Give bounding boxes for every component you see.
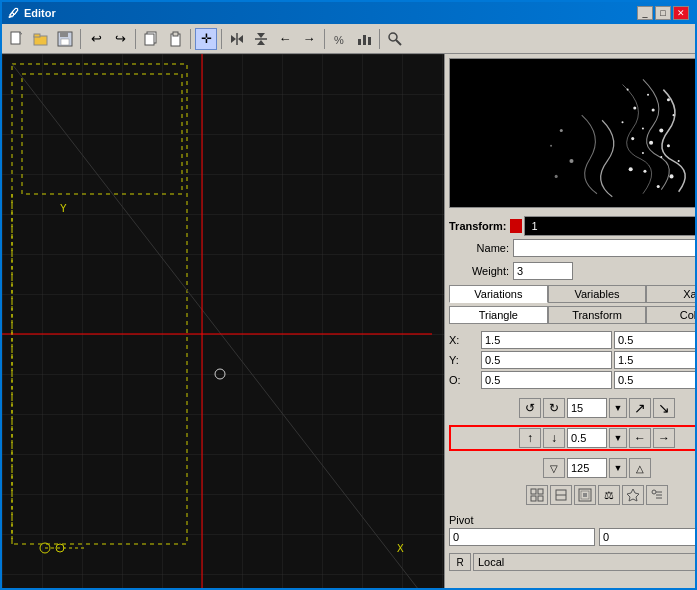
x-label: X: (449, 331, 479, 349)
rotate-dropdown[interactable]: ▼ (609, 398, 627, 418)
pivot-y-input[interactable] (599, 528, 695, 546)
chart-button[interactable] (353, 28, 375, 50)
pivot-x-input[interactable] (449, 528, 595, 546)
svg-point-59 (569, 159, 573, 163)
arrow-l-button[interactable]: ← (274, 28, 296, 50)
right-panel: Transform: 1 ▼ Name: (445, 54, 695, 588)
weight-label: Weight: (449, 265, 509, 277)
scale-up-button[interactable]: △ (629, 458, 651, 478)
name-input[interactable] (513, 239, 695, 257)
editor-window: 🖊 Editor _ □ ✕ ↩ ↪ ✛ (0, 0, 697, 590)
zoom-button[interactable] (384, 28, 406, 50)
flip-h-button[interactable] (226, 28, 248, 50)
svg-point-46 (652, 109, 655, 112)
tool-btn-2[interactable] (550, 485, 572, 505)
sub-tab-triangle[interactable]: Triangle (449, 306, 548, 323)
tool-btn-5[interactable] (622, 485, 644, 505)
svg-point-58 (550, 145, 552, 147)
weight-input[interactable] (513, 262, 573, 280)
scale-dropdown[interactable]: ▼ (609, 458, 627, 478)
transform-controls-row1: ↺ ↻ ▼ ↗ ↘ (449, 398, 695, 418)
local-select[interactable]: Local (473, 553, 695, 571)
redo-button[interactable]: ↪ (109, 28, 131, 50)
sep6 (379, 29, 380, 49)
tab-variations[interactable]: Variations (449, 285, 548, 303)
svg-point-53 (621, 121, 623, 123)
x-v1-input[interactable] (481, 331, 612, 349)
svg-rect-0 (11, 32, 20, 44)
undo-button[interactable]: ↩ (85, 28, 107, 50)
diag-btn1[interactable]: ↗ (629, 398, 651, 418)
move-left-button[interactable]: ← (629, 428, 651, 448)
copy-button[interactable] (140, 28, 162, 50)
rotate-cw-button[interactable]: ↻ (543, 398, 565, 418)
maximize-button[interactable]: □ (655, 6, 671, 20)
svg-rect-19 (363, 35, 366, 45)
svg-point-60 (555, 175, 558, 178)
flip-v-button[interactable] (250, 28, 272, 50)
select-tool-button[interactable]: ✛ (195, 28, 217, 50)
bottom-row: R Local P (449, 553, 695, 571)
save-button[interactable] (54, 28, 76, 50)
o-v1-input[interactable] (481, 371, 612, 389)
svg-marker-14 (257, 33, 265, 38)
svg-point-39 (673, 114, 675, 116)
minimize-button[interactable]: _ (637, 6, 653, 20)
percent-button[interactable]: % (329, 28, 351, 50)
svg-marker-1 (20, 32, 22, 34)
new-button[interactable] (6, 28, 28, 50)
paste-button[interactable] (164, 28, 186, 50)
sub-tab-colors[interactable]: Colors (646, 306, 695, 323)
rotate-value-input[interactable] (567, 398, 607, 418)
svg-point-57 (560, 129, 563, 132)
close-button[interactable]: ✕ (673, 6, 689, 20)
title-icon: 🖊 (8, 7, 19, 19)
svg-rect-5 (60, 32, 68, 37)
title-bar: 🖊 Editor _ □ ✕ (2, 2, 695, 24)
rotate-ccw-button[interactable]: ↺ (519, 398, 541, 418)
y-v2-input[interactable] (614, 351, 695, 369)
svg-point-47 (642, 127, 644, 129)
svg-point-45 (647, 94, 649, 96)
move-dropdown[interactable]: ▼ (609, 428, 627, 448)
tool-btn-1[interactable] (526, 485, 548, 505)
diag-btn2[interactable]: ↘ (653, 398, 675, 418)
svg-line-22 (396, 40, 401, 45)
svg-point-71 (652, 490, 656, 494)
transform-label: Transform: (449, 220, 506, 232)
x-v2-input[interactable] (614, 331, 695, 349)
sep2 (135, 29, 136, 49)
svg-text:Y: Y (60, 202, 67, 215)
transform-controls-row2: ↑ ↓ ▼ ← → (449, 425, 695, 451)
open-button[interactable] (30, 28, 52, 50)
arrow-r-button[interactable]: → (298, 28, 320, 50)
y-v1-input[interactable] (481, 351, 612, 369)
svg-point-42 (678, 160, 680, 162)
svg-point-48 (649, 141, 653, 145)
o-v2-input[interactable] (614, 371, 695, 389)
tool-btn-4[interactable]: ⚖ (598, 485, 620, 505)
tool-btn-6[interactable] (646, 485, 668, 505)
toolbar: ↩ ↪ ✛ ← → % (2, 24, 695, 54)
weight-row: Weight: (449, 262, 695, 280)
r-button[interactable]: R (449, 553, 471, 571)
move-down-button[interactable]: ↓ (543, 428, 565, 448)
title-bar-text: 🖊 Editor (8, 7, 56, 19)
scale-value-input[interactable] (567, 458, 607, 478)
sub-tab-transform[interactable]: Transform (548, 306, 647, 323)
svg-rect-62 (538, 489, 543, 494)
tab-xaos[interactable]: Xaos (646, 285, 695, 302)
tab-variables[interactable]: Variables (548, 285, 647, 302)
move-value-input[interactable] (567, 428, 607, 448)
scale-down-button[interactable]: ▽ (543, 458, 565, 478)
o-label: O: (449, 371, 479, 389)
svg-point-55 (642, 152, 644, 154)
tool-btn-3[interactable] (574, 485, 596, 505)
controls-area: Transform: 1 ▼ Name: (445, 212, 695, 588)
svg-rect-3 (34, 34, 40, 37)
move-up-button[interactable]: ↑ (519, 428, 541, 448)
move-right-button[interactable]: → (653, 428, 675, 448)
canvas-area[interactable]: Y X (2, 54, 445, 588)
main-area: Y X (2, 54, 695, 588)
transform-select[interactable]: 1 (524, 216, 695, 236)
